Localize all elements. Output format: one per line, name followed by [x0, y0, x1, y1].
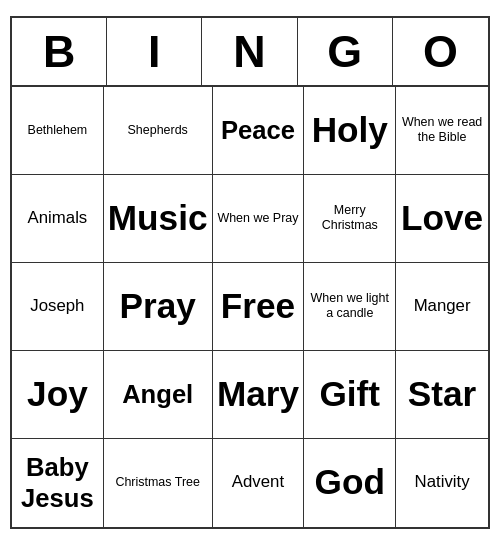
bingo-cell: God — [304, 439, 396, 527]
bingo-cell: Baby Jesus — [12, 439, 104, 527]
cell-text: When we read the Bible — [400, 115, 484, 145]
bingo-grid: BethlehemShepherdsPeaceHolyWhen we read … — [12, 87, 488, 527]
cell-text: Joy — [27, 373, 88, 415]
header-letter: I — [107, 18, 202, 85]
bingo-cell: Nativity — [396, 439, 488, 527]
bingo-cell: Star — [396, 351, 488, 439]
bingo-cell: When we Pray — [213, 175, 305, 263]
bingo-cell: Advent — [213, 439, 305, 527]
bingo-cell: Shepherds — [104, 87, 213, 175]
bingo-cell: When we read the Bible — [396, 87, 488, 175]
bingo-cell: Holy — [304, 87, 396, 175]
cell-text: God — [315, 461, 385, 503]
bingo-header: BINGO — [12, 18, 488, 87]
header-letter: N — [202, 18, 297, 85]
bingo-cell: Animals — [12, 175, 104, 263]
bingo-cell: Music — [104, 175, 213, 263]
bingo-cell: Merry Christmas — [304, 175, 396, 263]
bingo-cell: Joy — [12, 351, 104, 439]
cell-text: Gift — [319, 373, 380, 415]
bingo-cell: Pray — [104, 263, 213, 351]
bingo-cell: Joseph — [12, 263, 104, 351]
bingo-cell: Manger — [396, 263, 488, 351]
bingo-cell: Love — [396, 175, 488, 263]
cell-text: Bethlehem — [28, 123, 88, 138]
bingo-cell: Bethlehem — [12, 87, 104, 175]
bingo-cell: Mary — [213, 351, 305, 439]
bingo-cell: Peace — [213, 87, 305, 175]
cell-text: Peace — [221, 115, 295, 146]
cell-text: When we Pray — [217, 211, 298, 226]
cell-text: Baby Jesus — [16, 452, 99, 513]
bingo-card: BINGO BethlehemShepherdsPeaceHolyWhen we… — [10, 16, 490, 529]
cell-text: Star — [408, 373, 476, 415]
bingo-cell: Free — [213, 263, 305, 351]
bingo-cell: Gift — [304, 351, 396, 439]
cell-text: Free — [221, 285, 295, 327]
cell-text: Pray — [120, 285, 196, 327]
cell-text: Angel — [122, 379, 193, 410]
header-letter: B — [12, 18, 107, 85]
cell-text: Advent — [232, 472, 284, 492]
bingo-cell: When we light a candle — [304, 263, 396, 351]
cell-text: When we light a candle — [308, 291, 391, 321]
cell-text: Shepherds — [128, 123, 188, 138]
cell-text: Love — [401, 197, 483, 239]
cell-text: Nativity — [415, 472, 470, 492]
cell-text: Joseph — [30, 296, 84, 316]
bingo-cell: Angel — [104, 351, 213, 439]
cell-text: Merry Christmas — [308, 203, 391, 233]
cell-text: Mary — [217, 373, 299, 415]
header-letter: G — [298, 18, 393, 85]
cell-text: Animals — [28, 208, 88, 228]
cell-text: Manger — [414, 296, 471, 316]
bingo-cell: Christmas Tree — [104, 439, 213, 527]
cell-text: Music — [108, 197, 208, 239]
cell-text: Holy — [312, 109, 388, 151]
header-letter: O — [393, 18, 488, 85]
cell-text: Christmas Tree — [115, 475, 200, 490]
